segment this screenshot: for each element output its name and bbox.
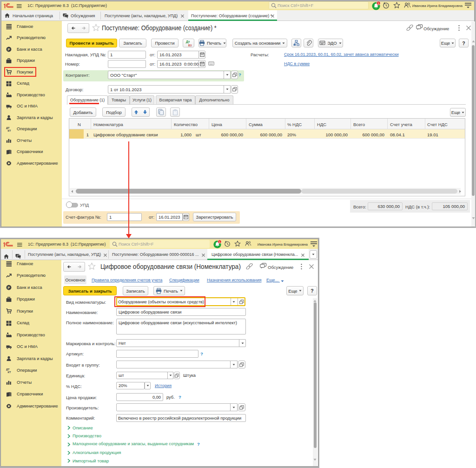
svg-text:КТ: КТ: [8, 129, 12, 132]
svg-text:P: P: [8, 286, 10, 290]
svg-text:1: 1: [219, 241, 220, 243]
svg-text:КТ: КТ: [8, 371, 12, 374]
svg-text:P: P: [8, 47, 10, 52]
svg-text:Кт: Кт: [188, 43, 192, 47]
svg-text:1: 1: [377, 1, 379, 5]
